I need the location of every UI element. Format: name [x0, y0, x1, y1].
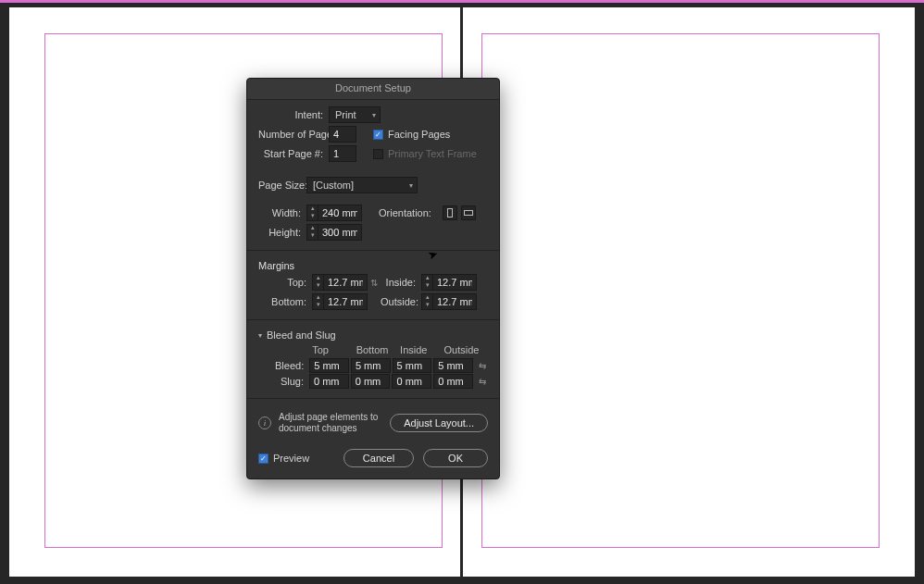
margin-outside-input[interactable] [433, 294, 476, 309]
num-pages-field[interactable] [329, 126, 356, 143]
orientation-label: Orientation: [379, 207, 437, 218]
disclosure-down-icon: ▾ [258, 331, 262, 340]
width-input[interactable] [318, 205, 361, 220]
orientation-portrait-button[interactable] [443, 205, 457, 220]
slug-label: Slug: [275, 376, 309, 387]
page-size-label: Page Size: [258, 180, 306, 191]
checkmark-icon: ✓ [258, 454, 268, 464]
slug-top-input[interactable]: 0 mm [309, 374, 349, 389]
right-page-margin-guide [481, 33, 880, 548]
margin-bottom-label: Bottom: [258, 296, 312, 307]
stepper-icon[interactable]: ▴▾ [313, 294, 324, 309]
slug-bottom-input[interactable]: 0 mm [351, 374, 391, 389]
margin-bottom-input[interactable] [324, 294, 367, 309]
height-label: Height: [258, 227, 306, 238]
checkmark-icon: ✓ [373, 130, 383, 140]
preview-checkbox[interactable]: ✓ Preview [258, 453, 309, 464]
chevron-down-icon: ▾ [409, 181, 413, 190]
bs-col-inside: Inside [400, 344, 443, 357]
margin-top-field[interactable]: ▴▾ [312, 274, 368, 291]
page-size-value: [Custom] [313, 180, 354, 191]
stepper-icon[interactable]: ▴▾ [313, 275, 324, 290]
margin-inside-field[interactable]: ▴▾ [421, 274, 477, 291]
primary-text-frame-label: Primary Text Frame [388, 148, 477, 159]
dialog-title: Document Setup [247, 79, 499, 100]
chevron-down-icon: ▾ [372, 111, 376, 119]
orientation-landscape-button[interactable] [461, 205, 476, 220]
start-page-input[interactable] [330, 146, 356, 161]
intent-value: Print [335, 109, 356, 120]
slug-inside-input[interactable]: 0 mm [392, 374, 431, 389]
link-bleed-icon[interactable]: ⇆ [477, 358, 488, 373]
width-field[interactable]: ▴▾ [306, 205, 362, 221]
document-setup-dialog: Document Setup Intent: Print ▾ Number of… [246, 78, 500, 479]
margin-outside-field[interactable]: ▴▾ [421, 293, 477, 310]
bleed-inside-input[interactable]: 5 mm [393, 358, 432, 373]
bs-col-outside: Outside [444, 344, 488, 357]
margin-inside-input[interactable] [433, 275, 476, 290]
height-field[interactable]: ▴▾ [306, 224, 362, 241]
margin-top-input[interactable] [324, 275, 367, 290]
link-slug-icon[interactable]: ⇆ [477, 374, 488, 389]
margin-inside-label: Inside: [381, 277, 421, 288]
info-icon: i [258, 416, 271, 429]
margin-top-label: Top: [258, 277, 312, 288]
height-input[interactable] [318, 225, 361, 240]
slug-outside-input[interactable]: 0 mm [433, 374, 473, 389]
margin-outside-label: Outside: [381, 296, 421, 307]
section-divider [247, 250, 499, 251]
bleed-label: Bleed: [275, 360, 309, 371]
link-margins-icon[interactable]: ⇅ [368, 274, 381, 291]
margins-section-title: Margins [258, 260, 488, 271]
stepper-icon[interactable]: ▴▾ [422, 275, 433, 290]
bleed-outside-input[interactable]: 5 mm [433, 358, 473, 373]
stepper-icon[interactable]: ▴▾ [307, 205, 318, 220]
num-pages-label: Number of Pages: [258, 129, 329, 140]
section-divider [247, 398, 499, 399]
preview-label: Preview [273, 453, 309, 464]
adjust-layout-button[interactable]: Adjust Layout... [390, 414, 488, 432]
section-divider [247, 319, 499, 320]
margin-bottom-field[interactable]: ▴▾ [312, 293, 368, 310]
start-page-field[interactable] [329, 145, 356, 162]
intent-select[interactable]: Print ▾ [329, 106, 381, 123]
ok-button[interactable]: OK [423, 449, 488, 467]
bleed-top-input[interactable]: 5 mm [309, 358, 349, 373]
checkbox-empty-icon: ✓ [373, 149, 383, 159]
stepper-icon[interactable]: ▴▾ [422, 294, 433, 309]
start-page-label: Start Page #: [258, 148, 329, 159]
facing-pages-checkbox[interactable]: ✓ Facing Pages [373, 129, 450, 140]
cancel-button[interactable]: Cancel [343, 449, 414, 467]
page-size-select[interactable]: [Custom] ▾ [306, 177, 418, 193]
adjust-layout-text: Adjust page elements to document changes [279, 412, 382, 434]
intent-label: Intent: [258, 109, 329, 120]
bleed-slug-title: Bleed and Slug [267, 329, 336, 341]
primary-text-frame-checkbox: ✓ Primary Text Frame [373, 148, 477, 159]
bs-col-bottom: Bottom [356, 344, 400, 357]
num-pages-input[interactable] [330, 127, 356, 142]
bleed-bottom-input[interactable]: 5 mm [351, 358, 391, 373]
app-accent-bar [0, 0, 924, 3]
bleed-slug-toggle[interactable]: ▾ Bleed and Slug [258, 329, 488, 341]
stepper-icon[interactable]: ▴▾ [307, 225, 318, 240]
facing-pages-label: Facing Pages [388, 129, 450, 140]
bs-col-top: Top [312, 344, 356, 357]
width-label: Width: [258, 207, 306, 218]
